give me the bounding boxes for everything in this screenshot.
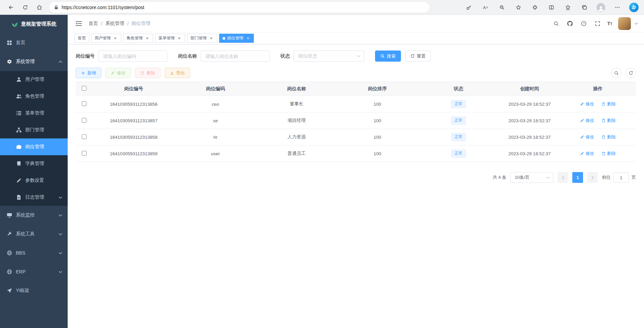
back-button[interactable] bbox=[4, 2, 18, 13]
reset-button[interactable]: 重置 bbox=[405, 51, 431, 62]
select-all-checkbox[interactable] bbox=[82, 86, 87, 91]
close-icon[interactable]: × bbox=[113, 36, 118, 41]
sidebar-item-param-settings[interactable]: 参数设置 bbox=[0, 172, 68, 189]
post-code: user bbox=[211, 151, 220, 156]
github-button[interactable] bbox=[566, 20, 574, 28]
sidebar-item-system-monitor[interactable]: 系统监控 bbox=[0, 206, 68, 225]
close-icon[interactable]: × bbox=[177, 36, 182, 41]
add-button[interactable]: 新增 bbox=[76, 68, 101, 78]
tab-user-mgmt[interactable]: 用户管理× bbox=[91, 34, 121, 43]
post-code-input[interactable] bbox=[98, 51, 167, 62]
sidebar-item-label: 岗位管理 bbox=[25, 144, 44, 150]
status-select[interactable]: 岗位状态 bbox=[294, 51, 364, 62]
row-delete-link[interactable]: 删除 bbox=[602, 151, 616, 157]
caret-down-icon[interactable] bbox=[635, 23, 638, 25]
post-code: se bbox=[213, 118, 218, 123]
sidebar-item-log-mgmt[interactable]: 日志管理 bbox=[0, 189, 68, 206]
refresh-button[interactable] bbox=[18, 2, 32, 13]
tab-post-mgmt[interactable]: 岗位管理× bbox=[219, 34, 254, 43]
add-favorite-button[interactable] bbox=[512, 2, 524, 13]
row-checkbox[interactable] bbox=[82, 101, 87, 106]
row-checkbox[interactable] bbox=[82, 134, 87, 139]
sidebar-item-post-mgmt[interactable]: 岗位管理 bbox=[0, 138, 68, 155]
fullscreen-button[interactable] bbox=[594, 20, 602, 28]
sidebar-item-menu-mgmt[interactable]: 菜单管理 bbox=[0, 105, 68, 122]
zoom-icon bbox=[499, 5, 505, 10]
row-checkbox[interactable] bbox=[82, 118, 87, 123]
row-delete-link[interactable]: 删除 bbox=[602, 134, 616, 140]
refresh-table-button[interactable] bbox=[625, 68, 636, 78]
page-number-button[interactable]: 1 bbox=[572, 172, 583, 183]
split-screen-button[interactable] bbox=[545, 2, 557, 13]
sidebar-item-dict-mgmt[interactable]: 字典管理 bbox=[0, 155, 68, 172]
close-icon[interactable]: × bbox=[209, 36, 214, 41]
page-size-select[interactable]: 10条/页 bbox=[510, 172, 553, 183]
page-goto-input[interactable] bbox=[613, 172, 629, 183]
edit-button[interactable]: 修改 bbox=[105, 68, 131, 78]
sidebar-toggle[interactable] bbox=[73, 18, 84, 29]
favorites-button[interactable] bbox=[562, 2, 574, 13]
sidebar-item-system-tools[interactable]: 系统工具 bbox=[0, 225, 68, 243]
next-page-button[interactable] bbox=[587, 172, 598, 183]
extensions-button[interactable] bbox=[529, 2, 541, 13]
font-size-button[interactable]: TT bbox=[607, 21, 612, 26]
table-row: 1641030593112313856 ceo 董事长 100 正常 2023-… bbox=[76, 96, 636, 112]
site-info-icon[interactable] bbox=[54, 5, 59, 10]
address-bar[interactable]: https://ccnetcore.com:1101/system/post bbox=[49, 2, 430, 13]
row-delete-link[interactable]: 删除 bbox=[602, 101, 616, 107]
refresh-icon bbox=[410, 54, 415, 58]
read-aloud-button[interactable]: A bbox=[479, 2, 492, 13]
bing-discover-button[interactable]: b bbox=[628, 2, 640, 13]
browser-profile-button[interactable] bbox=[595, 2, 607, 13]
password-key-button[interactable] bbox=[463, 2, 475, 13]
user-avatar[interactable] bbox=[618, 17, 631, 30]
delete-button[interactable]: 删除 bbox=[135, 68, 161, 78]
sidebar-item-system-mgmt[interactable]: 系统管理 bbox=[0, 52, 68, 71]
app-navbar: 首页 / 系统管理 / 岗位管理 ? TT bbox=[68, 15, 644, 32]
browser-settings-button[interactable] bbox=[611, 2, 623, 13]
person-icon bbox=[598, 5, 604, 12]
sidebar-item-erp[interactable]: ERP bbox=[0, 262, 68, 281]
created-time: 2023-03-29 18:52:37 bbox=[508, 118, 550, 123]
globe-icon bbox=[7, 250, 12, 256]
pagination: 共 4 条 10条/页 1 前往 页 bbox=[76, 172, 636, 183]
tab-home[interactable]: 首页 bbox=[74, 34, 89, 43]
row-edit-link[interactable]: 修改 bbox=[580, 134, 594, 140]
toggle-search-button[interactable] bbox=[611, 68, 621, 78]
post-sort: 100 bbox=[374, 151, 381, 156]
sidebar-item-label: 系统管理 bbox=[16, 59, 35, 65]
sidebar-item-user-mgmt[interactable]: 用户管理 bbox=[0, 71, 68, 88]
sidebar-item-bbs[interactable]: BBS bbox=[0, 243, 68, 262]
sidebar-item-home[interactable]: 首页 bbox=[0, 33, 68, 52]
row-edit-link[interactable]: 修改 bbox=[580, 101, 594, 107]
close-icon[interactable]: × bbox=[245, 36, 250, 41]
sidebar: 意框架管理系统 首页 系统管理 用户管理 角色管理 bbox=[0, 15, 68, 328]
search-button[interactable]: 搜索 bbox=[375, 51, 401, 62]
zoom-button[interactable] bbox=[496, 2, 508, 13]
sidebar-item-dept-mgmt[interactable]: 部门管理 bbox=[0, 122, 68, 138]
breadcrumb-section[interactable]: 系统管理 bbox=[105, 21, 124, 27]
row-edit-link[interactable]: 修改 bbox=[580, 151, 594, 157]
header-search-button[interactable] bbox=[552, 20, 560, 28]
post-name-input[interactable] bbox=[201, 51, 270, 62]
browser-home-button[interactable] bbox=[32, 2, 46, 13]
tab-dept-mgmt[interactable]: 部门管理× bbox=[187, 34, 217, 43]
sidebar-item-yi-framework[interactable]: Yi框架 bbox=[0, 281, 68, 300]
bing-icon: b bbox=[629, 3, 639, 12]
chevron-down-icon bbox=[59, 271, 62, 273]
collections-button[interactable] bbox=[578, 2, 590, 13]
prev-page-button[interactable] bbox=[557, 172, 568, 183]
page-size-value: 10条/页 bbox=[515, 174, 530, 181]
breadcrumb-home[interactable]: 首页 bbox=[89, 21, 98, 27]
row-checkbox[interactable] bbox=[82, 151, 87, 156]
url-text[interactable]: https://ccnetcore.com:1101/system/post bbox=[62, 5, 144, 10]
help-button[interactable]: ? bbox=[580, 20, 588, 28]
row-edit-link[interactable]: 修改 bbox=[580, 118, 594, 124]
tab-menu-mgmt[interactable]: 菜单管理× bbox=[155, 34, 185, 43]
tab-role-mgmt[interactable]: 角色管理× bbox=[123, 34, 153, 43]
export-button[interactable]: 导出 bbox=[165, 68, 190, 78]
row-delete-link[interactable]: 删除 bbox=[602, 118, 616, 124]
sidebar-item-role-mgmt[interactable]: 角色管理 bbox=[0, 88, 68, 105]
leaf-logo-icon bbox=[11, 21, 18, 28]
close-icon[interactable]: × bbox=[145, 36, 150, 41]
